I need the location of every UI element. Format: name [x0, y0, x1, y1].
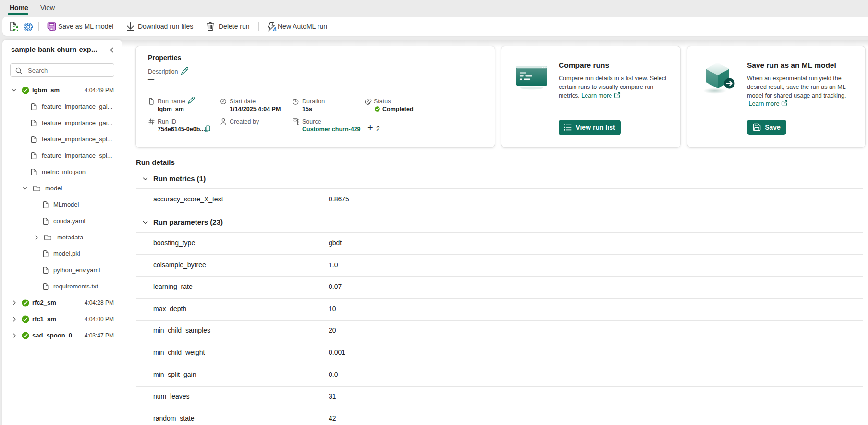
svg-text:A: A	[272, 26, 277, 32]
